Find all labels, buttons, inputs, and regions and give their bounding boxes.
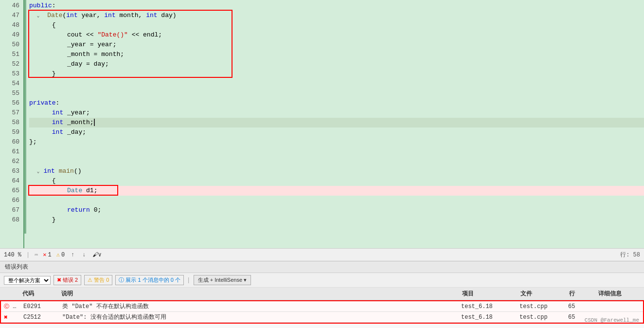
code-editor: 46 47 48 49 50 51 52 53 54 55 56 57 58 5… — [0, 0, 644, 248]
arrow-up[interactable]: ↑ — [70, 252, 76, 258]
code-line-64: { — [29, 176, 644, 186]
watermark: CSDN @Farewell_me — [585, 317, 639, 323]
err1-desc: 类 "Date" 不存在默认构造函数 — [59, 301, 458, 311]
ln-66: 66 — [0, 196, 19, 205]
error-status: ✕ 1 — [43, 251, 51, 258]
col-detail: 详细信息 — [595, 289, 644, 299]
error-toolbar: 整个解决方案 ✖ 错误 2 ⚠ 警告 0 ⓘ 展示 1 个消息中的 0 个 | … — [0, 273, 644, 288]
col-desc: 说明 — [58, 289, 459, 299]
error-table-header: 代码 说明 项目 文件 行 详细信息 — [0, 288, 644, 300]
code-line-47: ⌄ Date(int year, int month, int day) — [29, 11, 644, 20]
code-line-52: _day = day; — [29, 59, 644, 69]
err2-desc: "Date": 没有合适的默认构造函数可用 — [59, 312, 458, 322]
error-panel: 错误列表 整个解决方案 ✖ 错误 2 ⚠ 警告 0 ⓘ 展示 1 个消息中的 0… — [0, 261, 644, 328]
err2-icon: ✖ — [1, 312, 20, 322]
col-code: 代码 — [19, 289, 58, 299]
ln-54: 54 — [0, 79, 19, 89]
error-circle-icon: ✕ — [43, 251, 46, 258]
ln-50: 50 — [0, 40, 19, 50]
code-line-63: ⌄ int main() — [29, 166, 644, 176]
code-line-51: _month = month; — [29, 50, 644, 59]
arrow-down[interactable]: ↓ — [81, 252, 87, 258]
code-line-50: _year = year; — [29, 40, 644, 50]
ln-55: 55 — [0, 89, 19, 98]
code-line-58: int _month; — [29, 118, 644, 128]
error-table-container: 代码 说明 项目 文件 行 详细信息 Ⓒ abs E0291 类 "Date" … — [0, 288, 644, 324]
error-rows-box: Ⓒ abs E0291 类 "Date" 不存在默认构造函数 test_6.18… — [0, 300, 644, 324]
info-filter-label: 展示 1 个消息中的 0 个 — [125, 276, 180, 284]
code-line-54 — [29, 79, 644, 89]
build-btn-label: 生成 + IntelliSense — [198, 277, 242, 283]
warn-filter-icon: ⚠ — [88, 277, 92, 283]
code-line-53: } — [29, 69, 644, 79]
warn-filter-btn[interactable]: ⚠ 警告 0 — [84, 275, 112, 285]
code-line-59: int _day; — [29, 128, 644, 137]
code-line-62 — [29, 157, 644, 166]
warn-triangle-icon: ⚠ — [56, 251, 60, 258]
err1-detail — [594, 306, 643, 308]
scope-select[interactable]: 整个解决方案 — [4, 276, 51, 285]
build-btn[interactable]: 生成 + IntelliSense ▾ — [194, 275, 251, 285]
err1-project: test_6.18 — [458, 302, 517, 311]
code-line-68: } — [29, 215, 644, 225]
code-line-49: cout << "Date()" << endl; — [29, 30, 644, 40]
error-row-2[interactable]: ✖ C2512 "Date": 没有合适的默认构造函数可用 test_6.18 … — [1, 312, 643, 323]
ln-59: 59 — [0, 128, 19, 137]
warn-count: 0 — [61, 252, 65, 258]
status-bar: 140 % | ⎓ ✕ 1 ⚠ 0 ↑ ↓ 🖌∨ 行: 58 — [0, 248, 644, 261]
warn-status: ⚠ 0 — [56, 251, 65, 258]
git-icon[interactable]: ⎓ — [35, 252, 38, 258]
info-filter-icon: ⓘ — [119, 276, 124, 284]
ln-47: 47 — [0, 11, 19, 20]
ln-68: 68 — [0, 215, 19, 225]
ln-48: 48 — [0, 20, 19, 30]
ln-60: 60 — [0, 137, 19, 147]
ln-56: 56 — [0, 98, 19, 108]
code-line-48: { — [29, 20, 644, 30]
err2-code: C2512 — [20, 313, 59, 322]
err1-code: E0291 — [20, 302, 59, 311]
code-line-60: }; — [29, 137, 644, 147]
filter-icon[interactable]: 🖌∨ — [92, 251, 102, 258]
error-filter-btn[interactable]: ✖ 错误 2 — [54, 275, 81, 285]
ln-64: 64 — [0, 176, 19, 186]
ln-51: 51 — [0, 50, 19, 59]
warn-filter-label: 警告 0 — [94, 276, 109, 284]
err1-file: test.cpp — [517, 302, 565, 311]
col-file: 文件 — [518, 289, 566, 299]
ln-67: 67 — [0, 205, 19, 215]
code-line-61 — [29, 147, 644, 157]
info-filter-btn[interactable]: ⓘ 展示 1 个消息中的 0 个 — [115, 275, 183, 285]
error-panel-title: 错误列表 — [0, 261, 644, 273]
code-line-56: private: — [29, 98, 644, 108]
code-line-67: return 0; — [29, 205, 644, 215]
code-line-57: int _year; — [29, 108, 644, 118]
err1-icon: Ⓒ abs — [1, 302, 20, 311]
toolbar-sep: | — [187, 276, 191, 284]
row-info: 行: 58 — [620, 251, 640, 259]
error-panel-title-text: 错误列表 — [5, 264, 28, 271]
ln-53: 53 — [0, 69, 19, 79]
ln-57: 57 — [0, 108, 19, 118]
error-filter-icon: ✖ — [57, 277, 61, 283]
code-content[interactable]: public: ⌄ Date(int year, int month, int … — [24, 0, 644, 248]
code-line-66 — [29, 196, 644, 205]
code-line-46: public: — [29, 1, 644, 11]
col-project: 项目 — [459, 289, 518, 299]
zoom-level: 140 % — [4, 252, 21, 258]
error-count: 1 — [48, 252, 51, 258]
error-filter-label: 错误 2 — [63, 276, 78, 284]
err2-project: test_6.18 — [458, 313, 517, 322]
error-row-1[interactable]: Ⓒ abs E0291 类 "Date" 不存在默认构造函数 test_6.18… — [1, 301, 643, 312]
ln-63: 63 — [0, 166, 19, 176]
err2-file: test.cpp — [517, 313, 565, 322]
col-icon — [0, 289, 19, 299]
col-line: 行 — [566, 289, 595, 299]
build-dropdown-icon[interactable]: ▾ — [244, 277, 247, 283]
ln-62: 62 — [0, 157, 19, 166]
ln-49: 49 — [0, 30, 19, 40]
ln-61: 61 — [0, 147, 19, 157]
ln-52: 52 — [0, 59, 19, 69]
err1-line: 65 — [565, 302, 594, 311]
line-numbers: 46 47 48 49 50 51 52 53 54 55 56 57 58 5… — [0, 0, 24, 248]
